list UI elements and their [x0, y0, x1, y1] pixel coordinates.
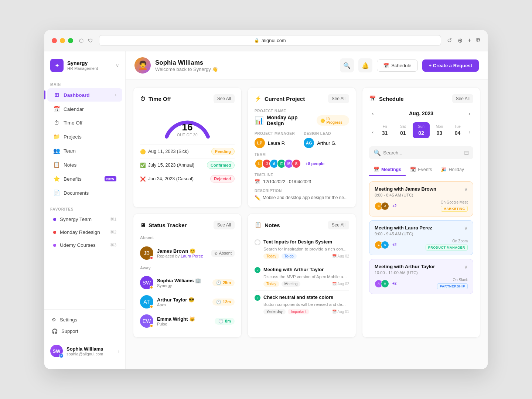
note-date: 📅 Aug 02 [332, 282, 349, 286]
sidebar-item-projects[interactable]: 📁 Projects [47, 130, 122, 143]
notification-button[interactable]: 🔔 [358, 58, 372, 72]
meeting-platform: On Slack [453, 278, 468, 282]
note-circle [255, 239, 260, 245]
sidebar-item-team[interactable]: 👥 Team [47, 144, 122, 157]
traffic-light-yellow[interactable] [60, 38, 65, 43]
search-button[interactable]: 🔍 [340, 58, 354, 72]
schedule-see-all[interactable]: See All [452, 94, 473, 103]
away-timer: 🕐8m [215, 318, 235, 325]
meeting-avatar: J [381, 202, 389, 210]
replace-link[interactable]: Laura Perez [181, 254, 203, 258]
top-bar: 🧑‍🦱 Sophia Williams Welcome back to Syne… [126, 51, 488, 80]
sidebar-item-notes[interactable]: 📋 Notes [47, 158, 122, 171]
windows-icon[interactable]: ⧉ [476, 37, 480, 44]
meeting-avatars: A S [375, 280, 389, 288]
plus-icon[interactable]: + [468, 37, 471, 44]
refresh-icon[interactable]: ↺ [447, 37, 452, 44]
pm-avatar: LP [255, 138, 265, 148]
benefits-icon: ⭐ [53, 175, 60, 182]
tag-today: Today [263, 253, 279, 259]
tab-meetings[interactable]: 📅 Meetings [369, 164, 406, 176]
brand-chevron-icon[interactable]: ∨ [116, 63, 119, 68]
create-request-button[interactable]: + Create a Request [422, 59, 479, 72]
sidebar-item-label: Calendar [64, 106, 116, 112]
meeting-expand-button[interactable]: ∨ [464, 225, 468, 231]
cal-day-sun[interactable]: Sun 02 [413, 122, 429, 138]
meeting-avatars: S J [375, 202, 389, 210]
project-icon: ⚡ [255, 95, 262, 102]
person-name: Arthur Taylor 😎 [157, 297, 194, 303]
desc-text: Mobile and desktop app design for the ne… [263, 195, 348, 200]
note-title: Text Inputs for Design System [263, 239, 332, 245]
cal-prev-button[interactable]: ‹ [369, 109, 377, 118]
sidebar-item-benefits[interactable]: ⭐ Benefits NEW [47, 172, 122, 185]
address-bar[interactable]: 🔒 alignui.com [99, 35, 441, 46]
user-greeting: 🧑‍🦱 Sophia Williams Welcome back to Syne… [134, 57, 218, 74]
settings-label: Settings [60, 317, 77, 323]
support-label: Support [61, 328, 78, 334]
status-tracker-title: Status Tracker [149, 222, 187, 228]
status-see-all[interactable]: See All [214, 221, 235, 229]
time-off-row: ❌ Jun 24, 2023 (Casual) Rejected [140, 172, 235, 185]
schedule-button[interactable]: 📅 Schedule [377, 59, 417, 72]
cal-next-button[interactable]: › [466, 109, 473, 118]
brand-sub: HR Management [67, 66, 98, 71]
nav-back-icon[interactable]: ⬡ [79, 38, 83, 44]
meeting-expand-button[interactable]: ∨ [464, 186, 468, 192]
tab-holiday[interactable]: 🎉 Holiday [436, 164, 468, 176]
sidebar-item-settings[interactable]: ⚙ Settings [50, 314, 119, 325]
sidebar-item-synergy-team[interactable]: Synergy Team ⌘1 [47, 213, 122, 225]
tab-events[interactable]: 📆 Events [406, 164, 436, 176]
sidebar-item-label: Documents [64, 190, 116, 196]
sidebar-item-time-off[interactable]: ⏱ Time Off [47, 116, 122, 129]
meeting-platform: On Zoom [452, 239, 468, 243]
meeting-more: +2 [392, 204, 396, 208]
cal-day-sat[interactable]: Sat 01 [395, 122, 411, 138]
person-james-brown: JB James Brown 😊 Replaced by Laura Perez… [140, 243, 235, 263]
team-icon: 👥 [53, 147, 60, 154]
project-see-all[interactable]: See All [328, 94, 349, 103]
cal-day-tue[interactable]: Tue 04 [449, 122, 466, 138]
meeting-expand-button[interactable]: ∨ [464, 264, 468, 270]
sidebar-item-label: Dashboard [64, 92, 111, 98]
sidebar-item-calendar[interactable]: 📅 Calendar [47, 102, 122, 116]
cal-week-prev-button[interactable]: ‹ [369, 128, 376, 136]
status-tracker-card: 🖥 Status Tracker See All Absent JB James… [133, 214, 242, 338]
user-profile[interactable]: SW ✓ Sophia Williams sophia@alignui.com … [44, 340, 125, 362]
search-input[interactable] [383, 150, 462, 156]
keyboard-shortcut: ⌘3 [110, 243, 116, 248]
schedule-title: Schedule [379, 96, 404, 102]
sidebar-item-label: Synergy Team [60, 216, 106, 222]
search-icon: 🔍 [374, 149, 381, 156]
notes-see-all[interactable]: See All [328, 221, 349, 229]
sidebar-item-udemy-courses[interactable]: Udemy Courses ⌘3 [47, 239, 122, 251]
cal-day-fri[interactable]: Fri 31 [376, 122, 393, 138]
dashboard-icon: ⊞ [53, 92, 60, 98]
download-icon[interactable]: ⊕ [458, 37, 463, 44]
filter-icon[interactable]: ⊟ [464, 149, 469, 156]
absent-badge: ⊘ Absent [211, 250, 235, 257]
clock-icon: 🕐 [216, 280, 221, 285]
cal-week-next-button[interactable]: › [466, 128, 473, 136]
meeting-time: 10:00 - 11:00 AM (UTC) [375, 270, 468, 275]
cal-day-mon[interactable]: Mon 03 [431, 122, 448, 138]
sidebar-item-monday-redesign[interactable]: Monday Redesign ⌘2 [47, 226, 122, 238]
sidebar-item-support[interactable]: 🎧 Support [50, 325, 119, 337]
status-icon: 🖥 [140, 222, 146, 228]
traffic-light-green[interactable] [68, 38, 73, 43]
traffic-light-red[interactable] [52, 38, 57, 43]
time-off-see-all[interactable]: See All [214, 94, 235, 103]
sidebar-item-documents[interactable]: 📄 Documents [47, 186, 122, 200]
away-timer: 🕐12m [212, 299, 235, 306]
user-chevron-icon[interactable]: › [118, 348, 119, 354]
clock-icon: 🕐 [218, 319, 224, 324]
sidebar-item-label: Notes [64, 162, 116, 168]
team-more: +8 people [306, 161, 324, 166]
calendar-icon: 📅 [383, 63, 389, 68]
project-logo-icon: 📊 [255, 116, 264, 125]
sidebar-item-dashboard[interactable]: ⊞ Dashboard › [47, 88, 122, 102]
calendar-icon: 📅 [255, 179, 260, 184]
meeting-avatar: A [381, 241, 389, 249]
sidebar-item-label: Team [64, 148, 116, 154]
tag-meeting: Meeting [282, 281, 301, 287]
